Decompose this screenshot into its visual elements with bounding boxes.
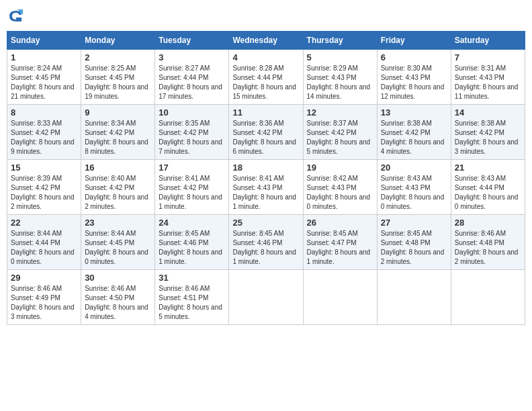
day-cell: 14 Sunrise: 8:38 AMSunset: 4:42 PMDaylig… — [451, 105, 525, 160]
day-cell: 6 Sunrise: 8:30 AMSunset: 4:43 PMDayligh… — [377, 50, 451, 105]
day-info: Sunrise: 8:44 AMSunset: 4:45 PMDaylight:… — [85, 229, 151, 267]
day-cell: 27 Sunrise: 8:45 AMSunset: 4:48 PMDaylig… — [377, 215, 451, 270]
day-cell: 2 Sunrise: 8:25 AMSunset: 4:45 PMDayligh… — [81, 50, 155, 105]
week-row-4: 22 Sunrise: 8:44 AMSunset: 4:44 PMDaylig… — [7, 215, 525, 270]
day-cell: 13 Sunrise: 8:38 AMSunset: 4:42 PMDaylig… — [377, 105, 451, 160]
day-number: 1 — [11, 52, 77, 62]
day-cell: 1 Sunrise: 8:24 AMSunset: 4:45 PMDayligh… — [7, 50, 81, 105]
day-number: 20 — [381, 163, 447, 173]
day-cell: 28 Sunrise: 8:46 AMSunset: 4:48 PMDaylig… — [451, 215, 525, 270]
day-number: 29 — [11, 273, 77, 283]
day-number: 7 — [455, 52, 521, 62]
day-cell: 4 Sunrise: 8:28 AMSunset: 4:44 PMDayligh… — [229, 50, 303, 105]
day-info: Sunrise: 8:27 AMSunset: 4:44 PMDaylight:… — [159, 64, 225, 101]
day-info: Sunrise: 8:35 AMSunset: 4:42 PMDaylight:… — [159, 119, 225, 156]
day-cell: 31 Sunrise: 8:46 AMSunset: 4:51 PMDaylig… — [155, 270, 229, 325]
logo — [7, 7, 27, 26]
day-info: Sunrise: 8:38 AMSunset: 4:42 PMDaylight:… — [455, 119, 521, 156]
day-cell: 9 Sunrise: 8:34 AMSunset: 4:42 PMDayligh… — [81, 105, 155, 160]
day-number: 2 — [85, 52, 151, 62]
day-info: Sunrise: 8:28 AMSunset: 4:44 PMDaylight:… — [232, 64, 299, 101]
day-number: 23 — [85, 218, 151, 228]
day-number: 28 — [455, 218, 521, 228]
day-info: Sunrise: 8:33 AMSunset: 4:42 PMDaylight:… — [11, 119, 77, 156]
day-cell: 17 Sunrise: 8:41 AMSunset: 4:42 PMDaylig… — [155, 160, 229, 215]
day-number: 16 — [85, 163, 151, 173]
weekday-header-row: SundayMondayTuesdayWednesdayThursdayFrid… — [7, 32, 525, 50]
day-number: 24 — [159, 218, 225, 228]
day-cell: 11 Sunrise: 8:36 AMSunset: 4:42 PMDaylig… — [229, 105, 303, 160]
day-cell — [229, 270, 303, 325]
day-info: Sunrise: 8:46 AMSunset: 4:51 PMDaylight:… — [159, 284, 225, 322]
weekday-header-saturday: Saturday — [451, 32, 525, 50]
day-cell: 3 Sunrise: 8:27 AMSunset: 4:44 PMDayligh… — [155, 50, 229, 105]
week-row-1: 1 Sunrise: 8:24 AMSunset: 4:45 PMDayligh… — [7, 50, 525, 105]
day-info: Sunrise: 8:29 AMSunset: 4:43 PMDaylight:… — [307, 64, 373, 101]
day-info: Sunrise: 8:34 AMSunset: 4:42 PMDaylight:… — [85, 119, 151, 156]
day-number: 17 — [159, 163, 225, 173]
weekday-header-sunday: Sunday — [7, 32, 81, 50]
day-number: 14 — [455, 107, 521, 118]
day-number: 15 — [11, 163, 77, 173]
day-cell — [377, 270, 451, 325]
day-info: Sunrise: 8:40 AMSunset: 4:42 PMDaylight:… — [85, 174, 151, 212]
day-info: Sunrise: 8:25 AMSunset: 4:45 PMDaylight:… — [85, 64, 151, 101]
day-cell: 23 Sunrise: 8:44 AMSunset: 4:45 PMDaylig… — [81, 215, 155, 270]
day-cell — [303, 270, 377, 325]
day-number: 11 — [232, 107, 299, 118]
day-info: Sunrise: 8:45 AMSunset: 4:47 PMDaylight:… — [307, 229, 373, 267]
day-number: 9 — [85, 107, 151, 118]
day-cell: 15 Sunrise: 8:39 AMSunset: 4:42 PMDaylig… — [7, 160, 81, 215]
day-info: Sunrise: 8:46 AMSunset: 4:49 PMDaylight:… — [11, 284, 77, 322]
day-cell: 24 Sunrise: 8:45 AMSunset: 4:46 PMDaylig… — [155, 215, 229, 270]
logo-icon — [7, 7, 26, 26]
day-cell: 29 Sunrise: 8:46 AMSunset: 4:49 PMDaylig… — [7, 270, 81, 325]
day-info: Sunrise: 8:39 AMSunset: 4:42 PMDaylight:… — [11, 174, 77, 212]
day-number: 26 — [307, 218, 373, 228]
day-number: 22 — [11, 218, 77, 228]
day-info: Sunrise: 8:45 AMSunset: 4:46 PMDaylight:… — [159, 229, 225, 267]
day-info: Sunrise: 8:46 AMSunset: 4:48 PMDaylight:… — [455, 229, 521, 267]
weekday-header-monday: Monday — [81, 32, 155, 50]
day-cell: 22 Sunrise: 8:44 AMSunset: 4:44 PMDaylig… — [7, 215, 81, 270]
day-info: Sunrise: 8:42 AMSunset: 4:43 PMDaylight:… — [307, 174, 373, 212]
day-number: 8 — [11, 107, 77, 118]
day-cell: 30 Sunrise: 8:46 AMSunset: 4:50 PMDaylig… — [81, 270, 155, 325]
day-cell: 12 Sunrise: 8:37 AMSunset: 4:42 PMDaylig… — [303, 105, 377, 160]
day-info: Sunrise: 8:45 AMSunset: 4:46 PMDaylight:… — [232, 229, 299, 267]
day-cell: 20 Sunrise: 8:43 AMSunset: 4:43 PMDaylig… — [377, 160, 451, 215]
day-number: 21 — [455, 163, 521, 173]
day-info: Sunrise: 8:36 AMSunset: 4:42 PMDaylight:… — [232, 119, 299, 156]
day-number: 13 — [381, 107, 447, 118]
day-cell: 10 Sunrise: 8:35 AMSunset: 4:42 PMDaylig… — [155, 105, 229, 160]
day-number: 3 — [159, 52, 225, 62]
day-info: Sunrise: 8:43 AMSunset: 4:44 PMDaylight:… — [455, 174, 521, 212]
day-number: 10 — [159, 107, 225, 118]
day-number: 19 — [307, 163, 373, 173]
day-number: 5 — [307, 52, 373, 62]
weekday-header-thursday: Thursday — [303, 32, 377, 50]
day-number: 6 — [381, 52, 447, 62]
day-cell: 5 Sunrise: 8:29 AMSunset: 4:43 PMDayligh… — [303, 50, 377, 105]
day-number: 31 — [159, 273, 225, 283]
day-info: Sunrise: 8:45 AMSunset: 4:48 PMDaylight:… — [381, 229, 447, 267]
day-number: 30 — [85, 273, 151, 283]
day-info: Sunrise: 8:37 AMSunset: 4:42 PMDaylight:… — [307, 119, 373, 156]
day-info: Sunrise: 8:31 AMSunset: 4:43 PMDaylight:… — [455, 64, 521, 101]
day-info: Sunrise: 8:41 AMSunset: 4:42 PMDaylight:… — [159, 174, 225, 212]
day-info: Sunrise: 8:46 AMSunset: 4:50 PMDaylight:… — [85, 284, 151, 322]
weekday-header-friday: Friday — [377, 32, 451, 50]
week-row-3: 15 Sunrise: 8:39 AMSunset: 4:42 PMDaylig… — [7, 160, 525, 215]
weekday-header-tuesday: Tuesday — [155, 32, 229, 50]
day-cell: 18 Sunrise: 8:41 AMSunset: 4:43 PMDaylig… — [229, 160, 303, 215]
day-cell: 16 Sunrise: 8:40 AMSunset: 4:42 PMDaylig… — [81, 160, 155, 215]
day-info: Sunrise: 8:43 AMSunset: 4:43 PMDaylight:… — [381, 174, 447, 212]
day-info: Sunrise: 8:44 AMSunset: 4:44 PMDaylight:… — [11, 229, 77, 267]
day-info: Sunrise: 8:38 AMSunset: 4:42 PMDaylight:… — [381, 119, 447, 156]
calendar-table: SundayMondayTuesdayWednesdayThursdayFrid… — [7, 31, 525, 325]
day-info: Sunrise: 8:24 AMSunset: 4:45 PMDaylight:… — [11, 64, 77, 101]
week-row-2: 8 Sunrise: 8:33 AMSunset: 4:42 PMDayligh… — [7, 105, 525, 160]
day-cell: 19 Sunrise: 8:42 AMSunset: 4:43 PMDaylig… — [303, 160, 377, 215]
day-number: 27 — [381, 218, 447, 228]
day-cell: 8 Sunrise: 8:33 AMSunset: 4:42 PMDayligh… — [7, 105, 81, 160]
